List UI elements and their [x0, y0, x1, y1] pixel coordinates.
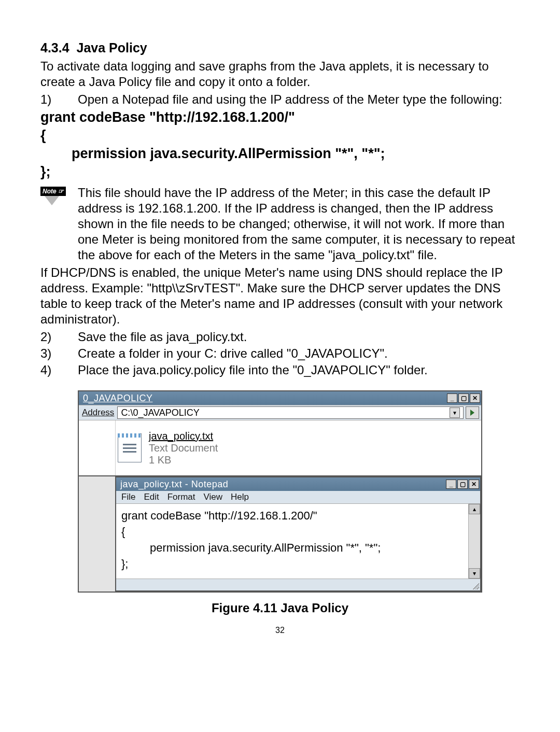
- step-1: 1) Open a Notepad file and using the IP …: [40, 92, 520, 107]
- notepad-menubar: File Edit Format View Help: [116, 491, 480, 504]
- address-input[interactable]: C:\0_JAVAPOLICY ▼: [117, 406, 464, 419]
- close-button[interactable]: ✕: [469, 480, 479, 489]
- step-2: 2) Save the file as java_policy.txt.: [40, 329, 520, 345]
- go-button[interactable]: [466, 406, 479, 419]
- resize-grip-icon[interactable]: [471, 581, 479, 589]
- menu-view[interactable]: View: [204, 492, 223, 502]
- explorer-titlebar: 0_JAVAPOLICY _ ▢ ✕: [79, 391, 481, 405]
- page-number: 32: [40, 626, 520, 635]
- step-text: Open a Notepad file and using the IP add…: [78, 92, 520, 107]
- document-page: 4.3.4 Java Policy To activate data loggi…: [0, 0, 560, 732]
- dhcp-paragraph: If DHCP/DNS is enabled, the unique Meter…: [40, 265, 520, 327]
- step-text: Save the file as java_policy.txt.: [78, 329, 520, 345]
- notepad-titlebar: java_policy.txt - Notepad _ ▢ ✕: [116, 477, 480, 491]
- figure-screenshot: 0_JAVAPOLICY _ ▢ ✕ Address C:\0_JAVAPOLI…: [78, 390, 482, 592]
- explorer-window: 0_JAVAPOLICY _ ▢ ✕ Address C:\0_JAVAPOLI…: [78, 390, 482, 592]
- file-type: Text Document: [149, 442, 218, 454]
- go-arrow-icon: [470, 410, 474, 416]
- close-button[interactable]: ✕: [470, 393, 480, 403]
- notepad-title: java_policy.txt - Notepad: [120, 479, 228, 490]
- policy-code-block: grant codeBase "http://192.168.1.200/" {…: [40, 108, 520, 181]
- address-bar: Address C:\0_JAVAPOLICY ▼: [79, 405, 481, 420]
- address-label: Address: [81, 407, 115, 418]
- figure-caption: Figure 4.11 Java Policy: [40, 601, 520, 615]
- minimize-button[interactable]: _: [447, 393, 457, 403]
- note-block: Note ☞ This file should have the IP addr…: [40, 185, 520, 263]
- step-number: 2): [40, 329, 78, 345]
- explorer-left-pane: [79, 420, 116, 475]
- step-number: 1): [40, 92, 78, 107]
- address-dropdown-button[interactable]: ▼: [450, 407, 460, 418]
- file-size: 1 KB: [149, 454, 218, 466]
- vertical-scrollbar[interactable]: ▴ ▾: [468, 504, 480, 578]
- menu-format[interactable]: Format: [167, 492, 195, 502]
- section-heading: 4.3.4 Java Policy: [40, 40, 520, 55]
- step-text: Place the java.policy.policy file into t…: [78, 362, 520, 378]
- file-meta: java_policy.txt Text Document 1 KB: [149, 430, 218, 466]
- explorer-title: 0_JAVAPOLICY: [83, 393, 152, 404]
- step-4: 4) Place the java.policy.policy file int…: [40, 362, 520, 378]
- note-arrow-icon: [45, 196, 59, 205]
- notepad-body: grant codeBase "http://192.168.1.200/" {…: [116, 504, 480, 578]
- note-text: This file should have the IP address of …: [78, 185, 520, 263]
- window-controls: _ ▢ ✕: [446, 480, 479, 489]
- section-title: Java Policy: [77, 40, 147, 55]
- menu-edit[interactable]: Edit: [144, 492, 159, 502]
- note-badge: Note ☞: [40, 187, 66, 196]
- step-number: 4): [40, 362, 78, 378]
- scroll-down-button[interactable]: ▾: [469, 568, 480, 579]
- explorer-body: java_policy.txt Text Document 1 KB: [79, 420, 481, 476]
- step-text: Create a folder in your C: drive called …: [78, 346, 520, 361]
- section-number: 4.3.4: [40, 40, 69, 55]
- menu-help[interactable]: Help: [231, 492, 249, 502]
- maximize-button[interactable]: ▢: [457, 480, 468, 489]
- notepad-text-area[interactable]: grant codeBase "http://192.168.1.200/" {…: [116, 504, 468, 578]
- step-number: 3): [40, 346, 78, 361]
- note-icon: Note ☞: [40, 185, 78, 263]
- step-3: 3) Create a folder in your C: drive call…: [40, 346, 520, 361]
- minimize-button[interactable]: _: [446, 480, 456, 489]
- notepad-statusbar: [116, 579, 480, 590]
- intro-paragraph: To activate data logging and save graphs…: [40, 59, 520, 90]
- menu-file[interactable]: File: [121, 492, 135, 502]
- notepad-window: java_policy.txt - Notepad _ ▢ ✕ File Edi…: [115, 476, 481, 591]
- maximize-button[interactable]: ▢: [458, 393, 469, 403]
- address-value: C:\0_JAVAPOLICY: [121, 407, 199, 418]
- scroll-up-button[interactable]: ▴: [469, 504, 480, 514]
- window-controls: _ ▢ ✕: [447, 393, 480, 403]
- file-name[interactable]: java_policy.txt: [149, 430, 218, 442]
- text-file-icon[interactable]: [118, 433, 142, 462]
- explorer-file-list: java_policy.txt Text Document 1 KB: [116, 420, 481, 475]
